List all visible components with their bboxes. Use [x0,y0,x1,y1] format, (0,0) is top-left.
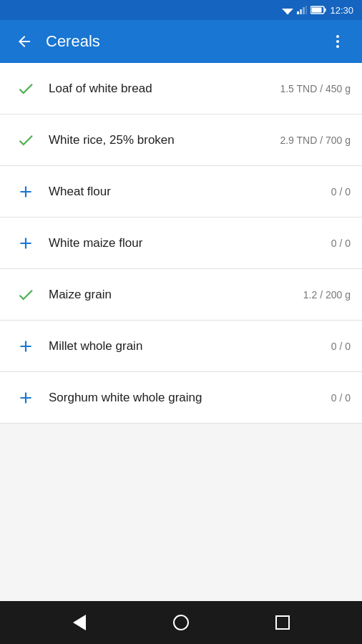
item-value: 0 / 0 [286,392,351,404]
item-content: Maize grain [40,288,286,302]
checked-icon [11,280,40,309]
add-icon [11,177,40,206]
menu-dot [336,45,339,48]
item-value: 0 / 0 [286,186,351,197]
recents-nav-icon [275,615,290,630]
menu-dot [336,40,339,43]
list-item[interactable]: Maize grain1.2 / 200 g [0,269,362,321]
svg-rect-5 [300,9,302,14]
list-item[interactable]: Sorghum white whole graing0 / 0 [0,372,362,424]
nav-recents-button[interactable] [265,605,300,640]
home-nav-icon [173,615,189,630]
back-button[interactable] [11,29,37,54]
list-item[interactable]: White maize flour0 / 0 [0,218,362,269]
svg-rect-10 [312,8,322,13]
item-name: Wheat flour [49,185,111,198]
item-name: White maize flour [49,236,142,250]
item-content: Millet whole grain [40,339,286,353]
item-name: Sorghum white whole graing [49,391,202,404]
item-value: 1.5 TND / 450 g [280,83,351,94]
svg-rect-9 [325,9,326,12]
content-area: Loaf of white bread1.5 TND / 450 g White… [0,63,362,601]
checked-icon [11,74,40,103]
list-item[interactable]: Millet whole grain0 / 0 [0,321,362,372]
menu-dot [336,35,339,38]
item-value: 0 / 0 [286,341,351,352]
back-nav-icon [73,615,86,630]
overflow-menu-button[interactable] [325,29,351,54]
item-content: White rice, 25% broken [40,133,280,147]
item-value: 2.9 TND / 700 g [280,135,351,146]
item-content: Sorghum white whole graing [40,391,286,405]
item-name: Loaf of white bread [49,82,152,95]
item-name: Millet whole grain [49,339,142,353]
checked-icon [11,126,40,155]
item-name: White rice, 25% broken [49,133,175,147]
item-value: 0 / 0 [286,238,351,249]
list-item[interactable]: Loaf of white bread1.5 TND / 450 g [0,63,362,114]
svg-rect-4 [297,11,299,14]
status-icons: 12:30 [282,5,353,16]
page-title: Cereals [46,32,316,51]
nav-home-button[interactable] [164,605,198,640]
add-icon [11,384,40,412]
item-name: Maize grain [49,288,112,301]
status-time: 12:30 [330,5,353,16]
svg-rect-7 [305,6,307,14]
list-item[interactable]: Wheat flour0 / 0 [0,166,362,218]
list-item[interactable]: White rice, 25% broken2.9 TND / 700 g [0,114,362,166]
nav-back-button[interactable] [62,605,97,640]
signal-icon [297,6,307,14]
item-content: White maize flour [40,236,286,250]
wifi-icon [282,6,293,14]
app-bar: Cereals [0,20,362,63]
svg-rect-6 [303,7,305,14]
navigation-bar [0,601,362,644]
item-content: Wheat flour [40,185,286,199]
item-content: Loaf of white bread [40,82,280,96]
status-bar: 12:30 [0,0,362,20]
battery-icon [310,6,326,14]
add-icon [11,332,40,361]
add-icon [11,229,40,258]
item-value: 1.2 / 200 g [286,289,351,301]
